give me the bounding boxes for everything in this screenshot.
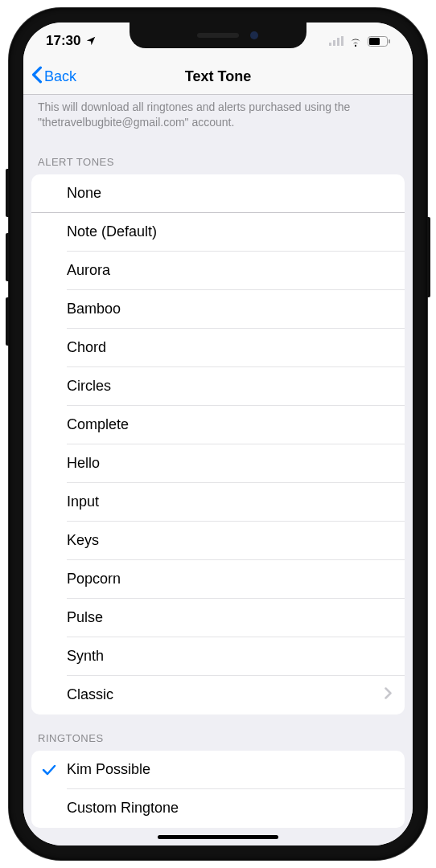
alert-tone-label: Aurora <box>67 262 392 279</box>
home-indicator[interactable] <box>158 835 278 839</box>
section-header-alert-tones: ALERT TONES <box>23 138 413 174</box>
screen: 17:30 <box>23 23 413 845</box>
alert-tone-label: Note (Default) <box>67 223 392 240</box>
alert-tone-item[interactable]: Note (Default) <box>31 213 405 252</box>
svg-rect-0 <box>329 43 331 46</box>
alert-tone-label: Circles <box>67 378 392 395</box>
ringtone-label: Kim Possible <box>67 761 392 778</box>
alert-tones-list: NoneNote (Default)AuroraBambooChordCircl… <box>31 174 405 714</box>
alert-tone-label: None <box>67 185 392 202</box>
svg-rect-6 <box>389 39 390 43</box>
alert-tone-item[interactable]: Popcorn <box>31 560 405 599</box>
ringtone-item[interactable]: Custom Ringtone <box>31 789 405 828</box>
content-scroll[interactable]: This will download all ringtones and ale… <box>23 95 413 845</box>
svg-rect-1 <box>333 40 335 46</box>
checkmark-icon <box>31 764 67 776</box>
speaker <box>197 33 239 38</box>
alert-tone-item[interactable]: Chord <box>31 329 405 367</box>
nav-bar: Back Text Tone <box>23 59 413 95</box>
alert-tone-label: Keys <box>67 532 392 549</box>
chevron-right-icon <box>385 687 392 702</box>
ringtone-label: Custom Ringtone <box>67 800 392 817</box>
svg-rect-3 <box>341 36 343 46</box>
alert-tone-label: Synth <box>67 648 392 665</box>
svg-rect-2 <box>337 38 339 46</box>
svg-rect-5 <box>369 38 380 45</box>
alert-tone-item[interactable]: Synth <box>31 637 405 676</box>
alert-tone-item[interactable]: Complete <box>31 406 405 444</box>
alert-tone-label: Chord <box>67 339 392 356</box>
section-header-ringtones: RINGTONES <box>23 714 413 751</box>
page-title: Text Tone <box>23 68 413 85</box>
alert-tone-item[interactable]: Circles <box>31 367 405 406</box>
alert-tone-item[interactable]: Input <box>31 483 405 522</box>
ringtones-list: Kim PossibleCustom Ringtone <box>31 751 405 828</box>
back-button[interactable]: Back <box>23 66 76 88</box>
alert-tone-label: Hello <box>67 455 392 472</box>
front-camera <box>250 31 258 39</box>
alert-tone-label: Classic <box>67 686 385 703</box>
location-icon <box>85 35 97 47</box>
alert-tone-label: Pulse <box>67 609 392 626</box>
alert-tone-item[interactable]: Hello <box>31 444 405 483</box>
ringtone-item[interactable]: Kim Possible <box>31 751 405 789</box>
cellular-icon <box>329 36 343 46</box>
alert-tone-label: Bamboo <box>67 301 392 317</box>
alert-tone-item[interactable]: Keys <box>31 522 405 560</box>
alert-tone-label: Input <box>67 493 392 510</box>
wifi-icon <box>348 36 363 47</box>
alert-tone-item[interactable]: Bamboo <box>31 290 405 329</box>
alert-tone-item[interactable]: None <box>31 174 405 213</box>
info-text: This will download all ringtones and ale… <box>23 95 413 138</box>
notch <box>130 23 306 48</box>
alert-tone-label: Complete <box>67 416 392 433</box>
alert-tone-item[interactable]: Pulse <box>31 599 405 637</box>
battery-icon <box>368 36 390 47</box>
phone-frame: 17:30 <box>9 8 427 860</box>
alert-tone-item[interactable]: Classic <box>31 676 405 714</box>
alert-tone-item[interactable]: Aurora <box>31 252 405 290</box>
chevron-left-icon <box>31 66 43 88</box>
back-label: Back <box>44 68 76 85</box>
alert-tone-label: Popcorn <box>67 571 392 588</box>
status-time: 17:30 <box>46 33 80 49</box>
